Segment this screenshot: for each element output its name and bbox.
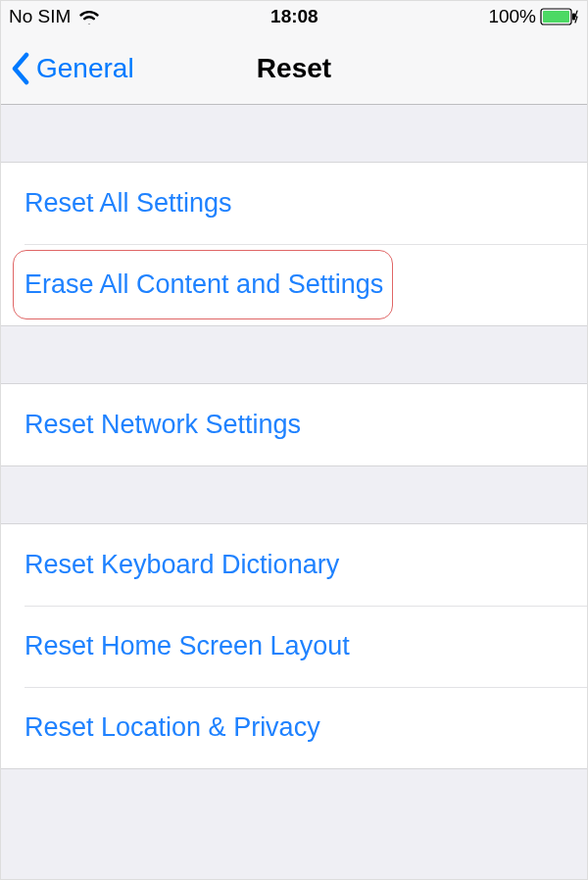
cell-label: Reset Location & Privacy (24, 712, 320, 743)
page-title: Reset (257, 53, 331, 84)
settings-group-1: Reset All Settings Erase All Content and… (1, 163, 587, 326)
cell-label: Reset Network Settings (24, 410, 301, 440)
reset-network-settings[interactable]: Reset Network Settings (1, 384, 587, 465)
back-label: General (36, 53, 134, 84)
status-right: 100% (488, 6, 579, 27)
cell-label: Reset All Settings (24, 188, 232, 219)
battery-pct: 100% (488, 6, 536, 27)
nav-bar: General Reset (1, 32, 587, 105)
group-spacer (1, 769, 587, 827)
chevron-left-icon (11, 52, 30, 85)
settings-group-3: Reset Keyboard Dictionary Reset Home Scr… (1, 524, 587, 769)
group-spacer (1, 326, 587, 384)
group-spacer (1, 105, 587, 163)
battery-icon (540, 8, 579, 25)
status-time: 18:08 (270, 6, 318, 27)
svg-rect-1 (543, 11, 569, 23)
back-button[interactable]: General (11, 52, 134, 85)
cell-label: Erase All Content and Settings (24, 269, 383, 300)
group-spacer (1, 466, 587, 524)
erase-all-content-and-settings[interactable]: Erase All Content and Settings (1, 244, 587, 325)
reset-location-and-privacy[interactable]: Reset Location & Privacy (1, 687, 587, 768)
wifi-icon (78, 9, 100, 24)
status-left: No SIM (9, 6, 100, 27)
reset-home-screen-layout[interactable]: Reset Home Screen Layout (1, 606, 587, 687)
cell-label: Reset Home Screen Layout (24, 631, 350, 661)
cell-label: Reset Keyboard Dictionary (24, 550, 339, 580)
reset-keyboard-dictionary[interactable]: Reset Keyboard Dictionary (1, 524, 587, 606)
content: Reset All Settings Erase All Content and… (1, 105, 587, 827)
settings-group-2: Reset Network Settings (1, 384, 587, 466)
status-bar: No SIM 18:08 100% (1, 1, 587, 32)
carrier-text: No SIM (9, 6, 71, 27)
reset-all-settings[interactable]: Reset All Settings (1, 163, 587, 244)
